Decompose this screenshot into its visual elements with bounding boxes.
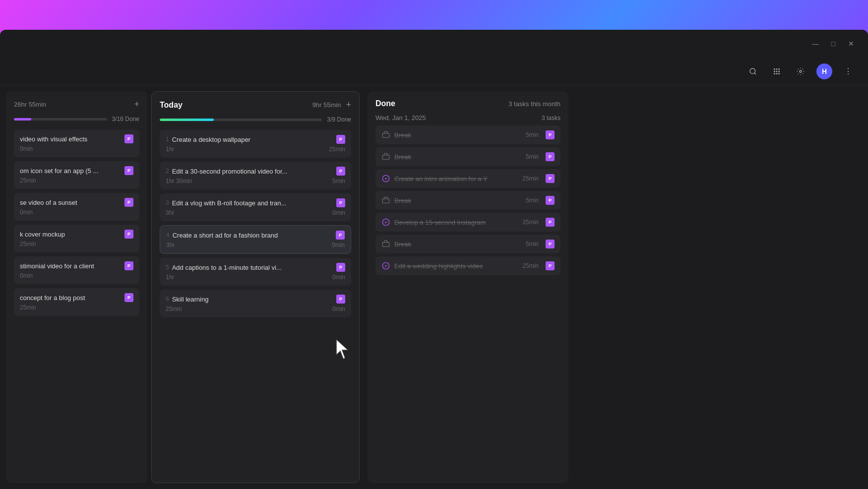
task-time: 0min [332, 242, 345, 248]
svg-rect-2 [774, 68, 775, 70]
done-task-name: Create an intro animation for a Y [394, 175, 518, 183]
svg-point-0 [750, 68, 755, 74]
done-task-break-1[interactable]: Break 5min P [375, 125, 560, 144]
task-time: 25min [20, 304, 36, 311]
task-badge: P [124, 293, 133, 302]
content-area: 26hr 55min + 3/16 Done video with visual… [0, 85, 868, 489]
today-task-5[interactable]: 5 Add captions to a 1-minute tutorial vi… [160, 258, 351, 286]
more-options-icon[interactable]: ⋮ [840, 63, 856, 79]
svg-rect-4 [778, 68, 780, 70]
today-column: Today 9hr 55min + 3/9 Done 1 Create a de… [151, 91, 360, 483]
today-task-6[interactable]: 6 Skill learning P 25min 0min [160, 290, 351, 317]
task-badge: P [546, 240, 555, 248]
check-circle-icon [381, 174, 390, 183]
done-task-break-6[interactable]: Break 5min P [375, 235, 560, 253]
check-circle-icon [381, 218, 390, 227]
search-icon[interactable] [745, 63, 761, 79]
task-badge: P [336, 198, 345, 207]
done-col-title: Done [375, 99, 395, 108]
maximize-button[interactable]: □ [826, 37, 840, 51]
task-time: 0min [332, 209, 345, 216]
today-col-add-button[interactable]: + [346, 100, 351, 110]
task-number: 6 [166, 296, 169, 303]
svg-rect-13 [382, 155, 389, 160]
task-name: k cover mockup [20, 231, 121, 238]
break-icon [381, 152, 390, 161]
done-task-time: 25min [522, 262, 539, 269]
svg-line-1 [754, 73, 756, 74]
task-badge: P [336, 167, 345, 176]
minimize-button[interactable]: — [808, 37, 822, 51]
left-column: 26hr 55min + 3/16 Done video with visual… [6, 91, 147, 483]
done-task-name: Break [394, 131, 522, 139]
svg-rect-9 [776, 73, 778, 74]
svg-rect-7 [778, 70, 780, 72]
task-name: stimonial video for a client [20, 262, 121, 270]
task-badge: P [336, 263, 345, 272]
title-bar: — □ ✕ [0, 30, 868, 58]
task-name: Edit a vlog with B-roll footage and tran… [172, 199, 332, 207]
task-badge: P [336, 135, 345, 144]
task-number: 4 [166, 232, 170, 239]
done-task-break-4[interactable]: Break 5min P [375, 191, 560, 210]
window-controls: — □ ✕ [808, 37, 858, 51]
task-badge: P [124, 134, 133, 143]
task-badge: P [336, 295, 345, 304]
list-item[interactable]: concept for a blog post P 25min [14, 288, 139, 316]
close-button[interactable]: ✕ [844, 37, 858, 51]
task-duration: 3hr [166, 209, 174, 216]
svg-point-11 [800, 70, 802, 72]
done-task-name: Break [394, 197, 522, 204]
break-icon [381, 130, 390, 139]
svg-rect-6 [776, 70, 778, 72]
avatar[interactable]: H [816, 63, 832, 79]
left-col-add-button[interactable]: + [134, 99, 139, 110]
task-time: 25min [20, 241, 36, 247]
list-item[interactable]: video with visual effects P 0min [14, 129, 139, 157]
today-task-4[interactable]: 4 Create a short ad for a fashion brand … [160, 225, 351, 254]
grid-icon[interactable] [769, 63, 785, 79]
done-date: Wed, Jan 1, 2025 [375, 114, 426, 122]
today-task-1[interactable]: 1 Create a desktop wallpaper P 1hr 25min [160, 130, 351, 158]
today-col-progress-row: 3/9 Done [160, 116, 351, 123]
task-badge: P [546, 218, 555, 227]
task-name: se video of a sunset [20, 199, 121, 206]
task-name: video with visual effects [20, 135, 121, 143]
list-item[interactable]: om icon set for an app (5 ... P 25min [14, 161, 139, 189]
svg-rect-3 [776, 68, 778, 70]
done-task-3[interactable]: Create an intro animation for a Y 25min … [375, 169, 560, 188]
done-task-time: 25min [522, 219, 539, 226]
task-time: 0min [20, 209, 33, 216]
left-col-total-time: 26hr 55min [14, 101, 46, 108]
today-col-done-text: 3/9 Done [327, 116, 351, 123]
today-task-2[interactable]: 2 Edit a 30-second promotional video for… [160, 162, 351, 189]
task-number: 5 [166, 264, 169, 271]
done-section-header: Wed, Jan 1, 2025 3 tasks [375, 114, 560, 122]
task-time: 0min [332, 274, 345, 281]
task-badge: P [546, 196, 555, 205]
svg-rect-17 [382, 243, 389, 247]
list-item[interactable]: stimonial video for a client P 0min [14, 256, 139, 284]
settings-icon[interactable] [793, 63, 808, 79]
task-time: 25min [329, 146, 345, 153]
task-badge: P [124, 261, 133, 270]
done-task-break-2[interactable]: Break 5min P [375, 147, 560, 166]
list-item[interactable]: k cover mockup P 25min [14, 225, 139, 252]
task-badge: P [546, 174, 555, 183]
done-task-name: Edit a wedding highlights video [394, 262, 518, 270]
task-badge: P [546, 261, 555, 270]
list-item[interactable]: se video of a sunset P 0min [14, 193, 139, 221]
done-col-header: Done 3 tasks this month [375, 99, 560, 108]
task-duration: 1hr 30min [166, 178, 192, 184]
task-time: 25min [20, 177, 36, 184]
today-task-3[interactable]: 3 Edit a vlog with B-roll footage and tr… [160, 193, 351, 221]
task-name: Edit a 30-second promotional video for..… [172, 168, 332, 175]
done-task-5[interactable]: Develop a 15-second Instagram 25min P [375, 213, 560, 232]
done-task-time: 5min [526, 153, 539, 160]
svg-rect-10 [778, 73, 780, 74]
task-badge: P [124, 230, 133, 239]
task-time: 0min [20, 272, 33, 279]
done-task-7[interactable]: Edit a wedding highlights video 25min P [375, 256, 560, 275]
task-number: 3 [166, 199, 169, 206]
done-task-time: 5min [526, 131, 539, 138]
